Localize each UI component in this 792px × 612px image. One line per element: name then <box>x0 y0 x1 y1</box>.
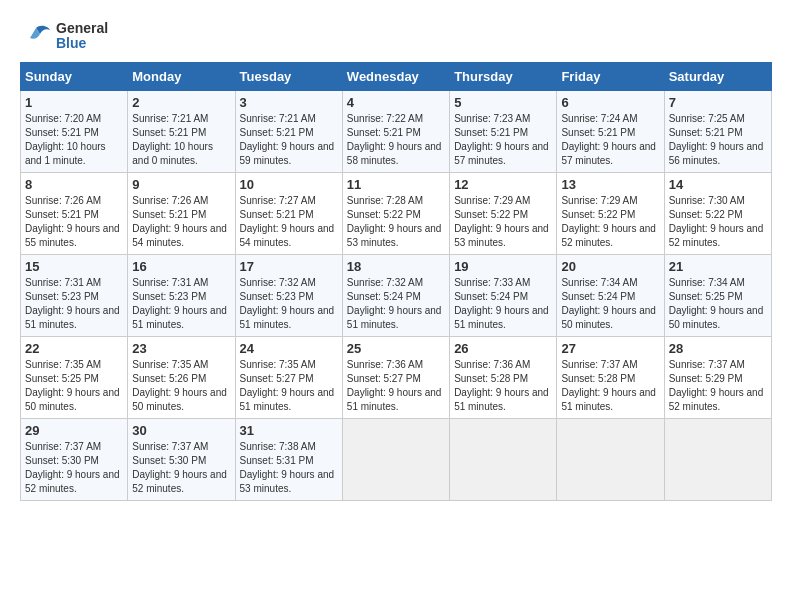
calendar-cell <box>557 419 664 501</box>
calendar-cell: 17 Sunrise: 7:32 AMSunset: 5:23 PMDaylig… <box>235 255 342 337</box>
day-number: 15 <box>25 259 123 274</box>
day-number: 17 <box>240 259 338 274</box>
weekday-header: Tuesday <box>235 63 342 91</box>
day-info: Sunrise: 7:31 AMSunset: 5:23 PMDaylight:… <box>25 277 120 330</box>
day-info: Sunrise: 7:20 AMSunset: 5:21 PMDaylight:… <box>25 113 106 166</box>
day-number: 3 <box>240 95 338 110</box>
day-number: 1 <box>25 95 123 110</box>
day-number: 10 <box>240 177 338 192</box>
calendar-cell: 12 Sunrise: 7:29 AMSunset: 5:22 PMDaylig… <box>450 173 557 255</box>
calendar-cell: 16 Sunrise: 7:31 AMSunset: 5:23 PMDaylig… <box>128 255 235 337</box>
day-number: 18 <box>347 259 445 274</box>
day-info: Sunrise: 7:37 AMSunset: 5:30 PMDaylight:… <box>132 441 227 494</box>
calendar-cell <box>664 419 771 501</box>
day-info: Sunrise: 7:33 AMSunset: 5:24 PMDaylight:… <box>454 277 549 330</box>
weekday-header: Wednesday <box>342 63 449 91</box>
logo: General Blue <box>20 20 108 52</box>
calendar-week-row: 15 Sunrise: 7:31 AMSunset: 5:23 PMDaylig… <box>21 255 772 337</box>
day-number: 21 <box>669 259 767 274</box>
day-number: 5 <box>454 95 552 110</box>
day-number: 30 <box>132 423 230 438</box>
day-info: Sunrise: 7:37 AMSunset: 5:29 PMDaylight:… <box>669 359 764 412</box>
calendar-week-row: 1 Sunrise: 7:20 AMSunset: 5:21 PMDayligh… <box>21 91 772 173</box>
day-number: 13 <box>561 177 659 192</box>
day-number: 29 <box>25 423 123 438</box>
weekday-header: Saturday <box>664 63 771 91</box>
day-info: Sunrise: 7:25 AMSunset: 5:21 PMDaylight:… <box>669 113 764 166</box>
calendar-cell: 23 Sunrise: 7:35 AMSunset: 5:26 PMDaylig… <box>128 337 235 419</box>
calendar-cell: 29 Sunrise: 7:37 AMSunset: 5:30 PMDaylig… <box>21 419 128 501</box>
weekday-header: Thursday <box>450 63 557 91</box>
day-number: 4 <box>347 95 445 110</box>
calendar-cell: 6 Sunrise: 7:24 AMSunset: 5:21 PMDayligh… <box>557 91 664 173</box>
calendar-cell: 18 Sunrise: 7:32 AMSunset: 5:24 PMDaylig… <box>342 255 449 337</box>
calendar-cell <box>450 419 557 501</box>
calendar-cell: 19 Sunrise: 7:33 AMSunset: 5:24 PMDaylig… <box>450 255 557 337</box>
day-info: Sunrise: 7:23 AMSunset: 5:21 PMDaylight:… <box>454 113 549 166</box>
day-info: Sunrise: 7:34 AMSunset: 5:25 PMDaylight:… <box>669 277 764 330</box>
day-info: Sunrise: 7:21 AMSunset: 5:21 PMDaylight:… <box>132 113 213 166</box>
day-number: 8 <box>25 177 123 192</box>
header: General Blue <box>20 20 772 52</box>
weekday-header: Sunday <box>21 63 128 91</box>
logo-bird-icon <box>20 20 52 52</box>
calendar-cell: 25 Sunrise: 7:36 AMSunset: 5:27 PMDaylig… <box>342 337 449 419</box>
day-number: 22 <box>25 341 123 356</box>
calendar-cell: 11 Sunrise: 7:28 AMSunset: 5:22 PMDaylig… <box>342 173 449 255</box>
day-info: Sunrise: 7:26 AMSunset: 5:21 PMDaylight:… <box>132 195 227 248</box>
calendar-header: SundayMondayTuesdayWednesdayThursdayFrid… <box>21 63 772 91</box>
day-number: 11 <box>347 177 445 192</box>
calendar-week-row: 22 Sunrise: 7:35 AMSunset: 5:25 PMDaylig… <box>21 337 772 419</box>
day-info: Sunrise: 7:21 AMSunset: 5:21 PMDaylight:… <box>240 113 335 166</box>
day-info: Sunrise: 7:32 AMSunset: 5:24 PMDaylight:… <box>347 277 442 330</box>
calendar-cell: 10 Sunrise: 7:27 AMSunset: 5:21 PMDaylig… <box>235 173 342 255</box>
day-info: Sunrise: 7:32 AMSunset: 5:23 PMDaylight:… <box>240 277 335 330</box>
day-info: Sunrise: 7:37 AMSunset: 5:28 PMDaylight:… <box>561 359 656 412</box>
calendar-cell: 21 Sunrise: 7:34 AMSunset: 5:25 PMDaylig… <box>664 255 771 337</box>
weekday-row: SundayMondayTuesdayWednesdayThursdayFrid… <box>21 63 772 91</box>
day-number: 20 <box>561 259 659 274</box>
calendar-cell: 5 Sunrise: 7:23 AMSunset: 5:21 PMDayligh… <box>450 91 557 173</box>
day-info: Sunrise: 7:37 AMSunset: 5:30 PMDaylight:… <box>25 441 120 494</box>
day-info: Sunrise: 7:38 AMSunset: 5:31 PMDaylight:… <box>240 441 335 494</box>
day-info: Sunrise: 7:35 AMSunset: 5:26 PMDaylight:… <box>132 359 227 412</box>
day-info: Sunrise: 7:22 AMSunset: 5:21 PMDaylight:… <box>347 113 442 166</box>
logo-general: General <box>56 21 108 36</box>
day-number: 27 <box>561 341 659 356</box>
weekday-header: Friday <box>557 63 664 91</box>
calendar-cell: 13 Sunrise: 7:29 AMSunset: 5:22 PMDaylig… <box>557 173 664 255</box>
calendar-cell: 9 Sunrise: 7:26 AMSunset: 5:21 PMDayligh… <box>128 173 235 255</box>
day-info: Sunrise: 7:36 AMSunset: 5:27 PMDaylight:… <box>347 359 442 412</box>
calendar-cell: 22 Sunrise: 7:35 AMSunset: 5:25 PMDaylig… <box>21 337 128 419</box>
day-number: 23 <box>132 341 230 356</box>
day-info: Sunrise: 7:24 AMSunset: 5:21 PMDaylight:… <box>561 113 656 166</box>
calendar-cell: 2 Sunrise: 7:21 AMSunset: 5:21 PMDayligh… <box>128 91 235 173</box>
day-info: Sunrise: 7:28 AMSunset: 5:22 PMDaylight:… <box>347 195 442 248</box>
day-number: 25 <box>347 341 445 356</box>
calendar-week-row: 8 Sunrise: 7:26 AMSunset: 5:21 PMDayligh… <box>21 173 772 255</box>
calendar-cell: 7 Sunrise: 7:25 AMSunset: 5:21 PMDayligh… <box>664 91 771 173</box>
logo-blue: Blue <box>56 36 108 51</box>
day-number: 26 <box>454 341 552 356</box>
day-number: 28 <box>669 341 767 356</box>
day-info: Sunrise: 7:27 AMSunset: 5:21 PMDaylight:… <box>240 195 335 248</box>
day-number: 2 <box>132 95 230 110</box>
day-number: 14 <box>669 177 767 192</box>
day-number: 31 <box>240 423 338 438</box>
day-number: 19 <box>454 259 552 274</box>
calendar-week-row: 29 Sunrise: 7:37 AMSunset: 5:30 PMDaylig… <box>21 419 772 501</box>
day-info: Sunrise: 7:34 AMSunset: 5:24 PMDaylight:… <box>561 277 656 330</box>
calendar-cell: 4 Sunrise: 7:22 AMSunset: 5:21 PMDayligh… <box>342 91 449 173</box>
day-info: Sunrise: 7:30 AMSunset: 5:22 PMDaylight:… <box>669 195 764 248</box>
day-number: 12 <box>454 177 552 192</box>
calendar-cell <box>342 419 449 501</box>
calendar-cell: 1 Sunrise: 7:20 AMSunset: 5:21 PMDayligh… <box>21 91 128 173</box>
day-number: 9 <box>132 177 230 192</box>
calendar-cell: 20 Sunrise: 7:34 AMSunset: 5:24 PMDaylig… <box>557 255 664 337</box>
calendar-table: SundayMondayTuesdayWednesdayThursdayFrid… <box>20 62 772 501</box>
day-number: 24 <box>240 341 338 356</box>
calendar-cell: 3 Sunrise: 7:21 AMSunset: 5:21 PMDayligh… <box>235 91 342 173</box>
day-info: Sunrise: 7:35 AMSunset: 5:27 PMDaylight:… <box>240 359 335 412</box>
day-info: Sunrise: 7:29 AMSunset: 5:22 PMDaylight:… <box>561 195 656 248</box>
calendar-cell: 30 Sunrise: 7:37 AMSunset: 5:30 PMDaylig… <box>128 419 235 501</box>
